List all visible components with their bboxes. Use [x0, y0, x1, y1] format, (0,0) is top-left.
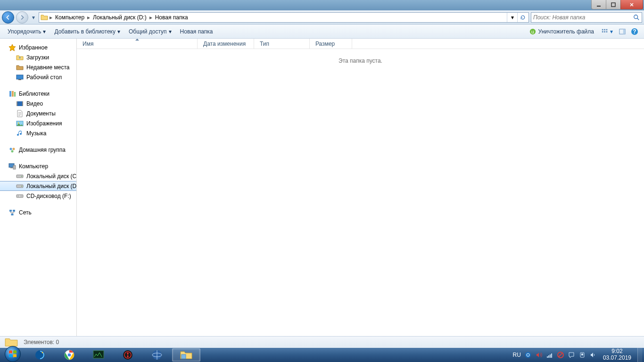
- minimize-button[interactable]: [591, 0, 606, 9]
- preview-pane-button[interactable]: [617, 26, 628, 37]
- new-folder-button[interactable]: Новая папка: [176, 26, 217, 37]
- svg-rect-57: [551, 354, 552, 358]
- svg-rect-7: [606, 29, 608, 30]
- sidebar-item-label: Локальный диск (C:): [26, 173, 77, 180]
- sidebar-item-downloads[interactable]: Загрузки: [0, 52, 76, 62]
- sidebar-item-desktop[interactable]: Рабочий стол: [0, 72, 76, 82]
- recent-icon: [16, 64, 24, 71]
- svg-rect-54: [547, 356, 548, 358]
- sidebar-item-computer[interactable]: Компьютер: [0, 161, 76, 171]
- taskbar-app-5[interactable]: [143, 348, 171, 362]
- content-area[interactable]: Имя Дата изменения Тип Размер Эта папка …: [77, 39, 644, 336]
- back-button[interactable]: [2, 11, 14, 24]
- svg-rect-8: [602, 31, 603, 33]
- tray-device-icon[interactable]: [578, 351, 586, 359]
- sidebar-item-documents[interactable]: Документы: [0, 108, 76, 118]
- sidebar-item-drive-c[interactable]: Локальный диск (C:): [0, 171, 76, 181]
- svg-rect-12: [623, 29, 625, 34]
- title-bar[interactable]: [0, 0, 644, 10]
- address-bar[interactable]: ▸ Компьютер ▸ Локальный диск (D:) ▸ Нова…: [39, 12, 529, 23]
- chevron-right-icon[interactable]: ▸: [49, 14, 53, 21]
- share-button[interactable]: Общий доступ ▾: [125, 26, 175, 37]
- svg-point-26: [13, 148, 15, 150]
- sidebar-item-drive-cd[interactable]: CD-дисковод (F:): [0, 191, 76, 201]
- sidebar-item-label: Домашняя группа: [19, 147, 66, 153]
- sidebar-item-libraries[interactable]: Библиотеки: [0, 89, 76, 99]
- clock-date: 03.07.2019: [603, 355, 631, 362]
- svg-rect-1: [611, 3, 615, 7]
- column-date[interactable]: Дата изменения: [198, 39, 254, 49]
- file-shredder-label: Уничтожитель файла: [538, 28, 594, 35]
- column-size[interactable]: Размер: [310, 39, 352, 49]
- column-type[interactable]: Тип: [254, 39, 310, 49]
- svg-point-52: [525, 352, 531, 358]
- file-shredder-button[interactable]: u Уничтожитель файла: [525, 26, 598, 37]
- breadcrumb-folder[interactable]: Новая папка: [153, 13, 190, 22]
- svg-rect-10: [606, 31, 608, 33]
- taskbar-explorer[interactable]: [172, 348, 200, 362]
- sidebar-item-label: Музыка: [26, 130, 46, 137]
- svg-point-24: [18, 122, 19, 123]
- show-desktop-button[interactable]: [637, 348, 642, 362]
- sidebar-item-label: Избранное: [19, 44, 48, 51]
- breadcrumb-computer[interactable]: Компьютер: [53, 13, 86, 22]
- window-controls: [592, 0, 643, 9]
- action-center-icon[interactable]: [568, 351, 575, 359]
- organize-button[interactable]: Упорядочить ▾: [4, 26, 50, 37]
- sidebar-item-pictures[interactable]: Изображения: [0, 118, 76, 128]
- help-button[interactable]: ?: [629, 26, 640, 37]
- sidebar-item-music[interactable]: Музыка: [0, 128, 76, 138]
- navigation-pane[interactable]: Избранное Загрузки Недавние места Рабочи…: [0, 39, 77, 336]
- taskbar-app-3[interactable]: [84, 348, 113, 362]
- sidebar-item-favorites[interactable]: Избранное: [0, 42, 76, 52]
- sidebar-item-label: Локальный диск (D:): [26, 183, 77, 189]
- history-dropdown[interactable]: ▾: [30, 14, 37, 21]
- taskbar-app-1[interactable]: [26, 348, 54, 362]
- svg-text:?: ?: [633, 28, 636, 35]
- sidebar-item-label: Сеть: [19, 209, 32, 216]
- sidebar-item-recent[interactable]: Недавние места: [0, 62, 76, 72]
- sidebar-item-label: Библиотеки: [19, 90, 50, 97]
- sidebar-item-network[interactable]: Сеть: [0, 207, 76, 217]
- speaker-icon[interactable]: [589, 351, 597, 359]
- network-tray-icon[interactable]: [546, 351, 553, 359]
- taskbar-chrome[interactable]: [55, 348, 83, 362]
- language-indicator[interactable]: RU: [513, 352, 521, 358]
- start-button[interactable]: [0, 348, 25, 362]
- chevron-right-icon[interactable]: ▸: [149, 14, 153, 21]
- svg-rect-0: [597, 6, 601, 7]
- computer-icon: [8, 163, 16, 170]
- svg-point-25: [10, 148, 12, 150]
- svg-point-36: [19, 195, 21, 197]
- chevron-down-icon: ▾: [117, 28, 120, 35]
- sidebar-item-drive-d[interactable]: Локальный диск (D:): [0, 181, 76, 191]
- sidebar-item-label: Загрузки: [26, 54, 49, 61]
- column-name[interactable]: Имя: [77, 39, 198, 49]
- close-button[interactable]: [620, 0, 643, 9]
- svg-point-45: [67, 353, 71, 357]
- search-box[interactable]: [531, 12, 642, 23]
- tray-app-icon[interactable]: [524, 351, 532, 359]
- search-icon[interactable]: [631, 14, 642, 21]
- sidebar-item-videos[interactable]: Видео: [0, 99, 76, 108]
- music-icon: [16, 130, 24, 137]
- clock[interactable]: 9:02 03.07.2019: [600, 348, 634, 362]
- add-to-library-button[interactable]: Добавить в библиотеку ▾: [50, 26, 124, 37]
- taskbar-app-4[interactable]: [114, 348, 142, 362]
- view-mode-button[interactable]: ▾: [599, 26, 616, 37]
- maximize-button[interactable]: [606, 0, 621, 9]
- taskbar[interactable]: RU 9:02 03.07.2019: [0, 348, 644, 362]
- breadcrumb-drive[interactable]: Локальный диск (D:): [91, 13, 149, 22]
- svg-rect-60: [581, 354, 583, 355]
- refresh-button[interactable]: [517, 13, 528, 22]
- volume-icon[interactable]: [535, 351, 543, 359]
- forward-button[interactable]: [16, 11, 28, 24]
- address-dropdown-button[interactable]: ▾: [507, 13, 517, 22]
- search-input[interactable]: [531, 13, 631, 22]
- tray-alert-icon[interactable]: [557, 351, 564, 359]
- main-area: Избранное Загрузки Недавние места Рабочи…: [0, 39, 644, 336]
- chevron-right-icon[interactable]: ▸: [86, 14, 91, 21]
- sidebar-item-homegroup[interactable]: Домашняя группа: [0, 145, 76, 155]
- svg-rect-18: [12, 91, 14, 97]
- svg-point-32: [21, 176, 22, 177]
